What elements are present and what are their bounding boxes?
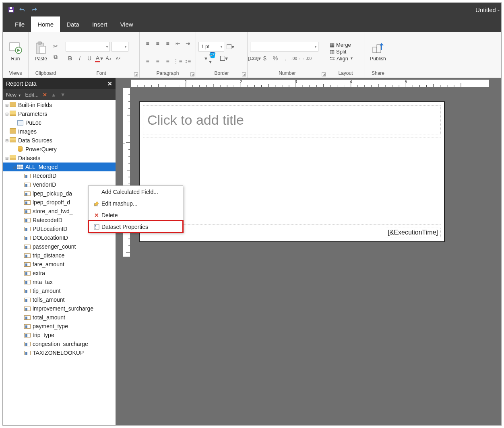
split-button[interactable]: ▥ Split	[330, 49, 346, 55]
tab-file[interactable]: File	[8, 16, 31, 32]
tree-node-congestion-surcharge[interactable]: congestion_surcharge	[3, 340, 116, 348]
tree-node-passenger-count[interactable]: passenger_count	[3, 242, 116, 251]
currency-icon[interactable]: $	[260, 54, 269, 63]
tree-node-improvement-surcharge[interactable]: improvement_surcharge	[3, 304, 116, 313]
panel-movedown-icon[interactable]: ▼	[60, 92, 66, 98]
paragraph-dialog-launcher[interactable]: ◢	[190, 72, 194, 76]
align-middle-icon[interactable]: ≡	[153, 57, 162, 66]
line-spacing-icon[interactable]: ↕≡	[184, 57, 192, 66]
border-style-icon[interactable]: —▾	[198, 54, 207, 63]
tree-node-parameters[interactable]: ⊟Parameters	[3, 109, 116, 118]
execution-time-field[interactable]: [&ExecutionTime]	[385, 228, 441, 237]
italic-button[interactable]: I	[75, 54, 84, 63]
tree-node-payment-type[interactable]: payment_type	[3, 322, 116, 331]
tree-node-fare-amount[interactable]: fare_amount	[3, 260, 116, 269]
merge-button[interactable]: ▦ Merge	[330, 42, 351, 48]
shrink-font-button[interactable]: A▼	[114, 54, 123, 63]
percent-icon[interactable]: %	[271, 54, 280, 63]
tree-node-trip-type[interactable]: trip_type	[3, 331, 116, 340]
tree-node-puloc[interactable]: PuLoc	[3, 118, 116, 127]
tab-view[interactable]: View	[114, 16, 139, 32]
report-data-tree[interactable]: ⊞Built-in Fields⊟ParametersPuLocImages⊟D…	[3, 100, 116, 425]
tree-node-label: PULocationID	[33, 226, 67, 232]
align-button[interactable]: ⮀ Align ▼	[330, 56, 353, 62]
tree-node-dolocationid[interactable]: DOLocationID	[3, 233, 116, 242]
svg-rect-99	[95, 225, 96, 226]
align-right-icon[interactable]: ≡	[163, 39, 172, 48]
placeholder-icon[interactable]: [123]▾	[250, 54, 259, 63]
increase-decimal-icon[interactable]: .00→	[292, 54, 301, 63]
ctx-edit-mashup-[interactable]: Edit mashup...	[89, 198, 183, 209]
tree-node-total-amount[interactable]: total_amount	[3, 313, 116, 322]
tab-home[interactable]: Home	[31, 16, 60, 32]
fill-color-icon[interactable]: 🪣▾	[209, 54, 218, 63]
cut-icon[interactable]: ✂	[51, 42, 60, 51]
close-panel-icon[interactable]: ✕	[107, 80, 112, 87]
tree-node-recordid[interactable]: RecordID	[3, 171, 116, 180]
ctx-delete[interactable]: ✕Delete	[89, 209, 183, 221]
run-button[interactable]: Run	[6, 41, 25, 62]
decrease-decimal-icon[interactable]: ←.00	[302, 54, 311, 63]
tree-node-built-in-fields[interactable]: ⊞Built-in Fields	[3, 101, 116, 109]
font-color-button[interactable]: A▾	[95, 54, 103, 63]
border-color-icon[interactable]: ▾	[226, 42, 235, 51]
copy-icon[interactable]: ⧉	[51, 52, 60, 61]
title-placeholder[interactable]: Click to add title	[143, 105, 441, 134]
ctx-dataset-properties[interactable]: Dataset Properties	[89, 221, 183, 233]
tree-node-powerquery[interactable]: PowerQuery	[3, 145, 116, 154]
tree-node-taxizonelookup[interactable]: TAXIZONELOOKUP	[3, 348, 116, 357]
panel-edit-button[interactable]: Edit...	[25, 92, 39, 98]
bullets-icon[interactable]: ⋮≡	[174, 57, 182, 66]
panel-new-menu[interactable]: New ▼	[6, 92, 21, 98]
redo-icon[interactable]	[29, 5, 38, 14]
tree-node-trip-distance[interactable]: trip_distance	[3, 251, 116, 260]
indent-increase-icon[interactable]: ⇥	[184, 39, 192, 48]
svg-rect-9	[377, 45, 381, 53]
tree-node-data-sources[interactable]: ⊟Data Sources	[3, 136, 116, 145]
tree-node-images[interactable]: Images	[3, 127, 116, 136]
horizontal-ruler: 12345	[131, 80, 489, 87]
number-dialog-launcher[interactable]: ◢	[322, 72, 326, 76]
grow-font-button[interactable]: A▲	[104, 54, 113, 63]
border-weight-combo[interactable]: 1 pt▼	[198, 42, 224, 51]
bold-button[interactable]: B	[66, 54, 74, 63]
design-canvas[interactable]: 12345 1 Click to add title [&ExecutionTi…	[116, 78, 501, 425]
tab-data[interactable]: Data	[60, 16, 86, 32]
undo-icon[interactable]	[18, 5, 27, 14]
page-footer[interactable]: [&ExecutionTime]	[143, 224, 441, 237]
underline-button[interactable]: U	[85, 54, 94, 63]
align-bottom-icon[interactable]: ≡	[163, 57, 172, 66]
expander-icon[interactable]: ⊟	[12, 165, 17, 169]
body-region-border	[143, 138, 441, 138]
number-format-combo[interactable]: ▼	[250, 42, 318, 51]
align-top-icon[interactable]: ≡	[143, 57, 152, 66]
font-name-combo[interactable]: ▼	[66, 42, 110, 51]
expander-icon[interactable]: ⊟	[4, 156, 9, 160]
expander-icon[interactable]: ⊟	[4, 112, 9, 116]
tree-node-mta-tax[interactable]: mta_tax	[3, 278, 116, 286]
expander-icon[interactable]: ⊟	[4, 138, 9, 143]
tree-node-all-merged[interactable]: ⊟ALL_Merged	[3, 163, 116, 171]
paste-button[interactable]: Paste	[32, 41, 50, 62]
align-left-icon[interactable]: ≡	[143, 39, 152, 48]
tree-node-extra[interactable]: extra	[3, 269, 116, 278]
tree-node-datasets[interactable]: ⊟Datasets	[3, 154, 116, 163]
publish-button[interactable]: Publish	[369, 41, 387, 62]
tree-node-tip-amount[interactable]: tip_amount	[3, 286, 116, 295]
report-data-panel: Report Data ✕ New ▼ Edit... ✕ ▲ ▼ ⊞Built…	[3, 78, 116, 425]
tab-insert[interactable]: Insert	[86, 16, 114, 32]
comma-icon[interactable]: ,	[281, 54, 290, 63]
expander-icon[interactable]: ⊞	[4, 103, 9, 107]
report-page[interactable]: Click to add title [&ExecutionTime]	[139, 101, 445, 242]
font-dialog-launcher[interactable]: ◢	[134, 72, 138, 76]
align-center-icon[interactable]: ≡	[153, 39, 162, 48]
ctx-add-calculated-field-[interactable]: Add Calculated Field...	[89, 186, 183, 198]
panel-delete-icon[interactable]: ✕	[43, 92, 47, 98]
border-dialog-launcher[interactable]: ◢	[242, 72, 246, 76]
borders-icon[interactable]: ▾	[219, 54, 228, 63]
font-size-combo[interactable]: ▼	[112, 42, 128, 51]
panel-moveup-icon[interactable]: ▲	[51, 92, 56, 98]
tree-node-tolls-amount[interactable]: tolls_amount	[3, 295, 116, 304]
indent-decrease-icon[interactable]: ⇤	[174, 39, 182, 48]
save-icon[interactable]	[7, 5, 16, 14]
